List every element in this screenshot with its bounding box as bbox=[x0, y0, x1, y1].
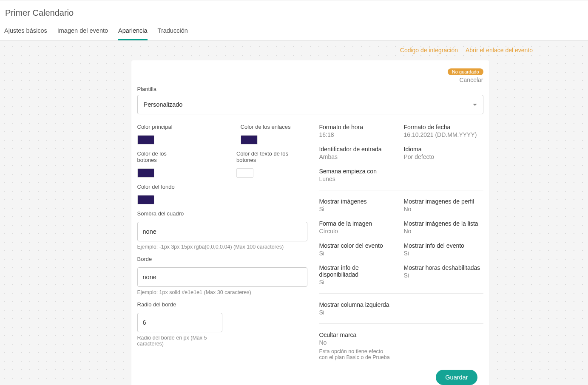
color-main-swatch[interactable] bbox=[137, 135, 154, 144]
border-radius-input[interactable] bbox=[137, 313, 222, 332]
template-label: Plantilla bbox=[137, 86, 483, 92]
border-input[interactable] bbox=[137, 267, 307, 287]
kv-time-format[interactable]: Formato de hora 16:18 bbox=[319, 124, 399, 138]
kv-language[interactable]: Idioma Por defecto bbox=[404, 146, 483, 160]
template-value: Personalizado bbox=[144, 101, 183, 108]
box-shadow-hint: Ejemplo: -1px 3px 15px rgba(0,0,0,0.04) … bbox=[137, 244, 307, 250]
link-integration-code[interactable]: Codigo de integración bbox=[400, 47, 458, 54]
box-shadow-label: Sombra del cuadro bbox=[137, 210, 307, 217]
color-buttons-swatch[interactable] bbox=[137, 168, 154, 178]
chevron-down-icon bbox=[473, 104, 477, 106]
page-title: Primer Calendario bbox=[4, 0, 584, 22]
status-badge: No guardado bbox=[448, 68, 483, 75]
tab-imagen-del-evento[interactable]: Imagen del evento bbox=[57, 24, 108, 40]
tab-apariencia[interactable]: Apariencia bbox=[118, 24, 148, 40]
cancel-button[interactable]: Cancelar bbox=[131, 76, 483, 83]
kv-entry-id[interactable]: Identificador de entrada Ambas bbox=[319, 146, 399, 160]
border-radius-label: Radio del borde bbox=[137, 301, 307, 308]
color-button-text-label: Color del texto de los botones bbox=[236, 150, 307, 163]
tab-traduccion[interactable]: Traducción bbox=[158, 24, 188, 40]
color-buttons-label: Color de los botones bbox=[137, 150, 186, 163]
color-background-label: Color del fondo bbox=[137, 184, 307, 190]
border-hint: Ejemplo: 1px solid #e1e1e1 (Max 30 carac… bbox=[137, 289, 307, 295]
kv-show-left-col[interactable]: Mostrar columna izquierda Si bbox=[319, 301, 483, 316]
kv-week-start[interactable]: Semana empieza con Lunes bbox=[319, 168, 399, 182]
tab-ajustes-basicos[interactable]: Ajustes básicos bbox=[4, 24, 47, 40]
kv-show-avail[interactable]: Mostrar info de disponibiliadad Si bbox=[319, 264, 399, 286]
border-radius-hint: Radio del borde en px (Max 5 caracteres) bbox=[137, 335, 210, 347]
divider bbox=[319, 190, 483, 190]
divider bbox=[319, 293, 483, 294]
save-button[interactable]: Guardar bbox=[436, 370, 477, 385]
kv-show-profile[interactable]: Mostrar imagenes de perfil No bbox=[404, 198, 483, 212]
border-label: Borde bbox=[137, 256, 307, 262]
box-shadow-input[interactable] bbox=[137, 222, 307, 241]
color-button-text-swatch[interactable] bbox=[236, 168, 253, 178]
divider bbox=[319, 323, 483, 324]
kv-show-list-images[interactable]: Mostrar imágenes de la lista No bbox=[404, 220, 483, 235]
kv-show-event-info[interactable]: Mostrar info del evento Si bbox=[404, 242, 483, 257]
kv-show-disabled[interactable]: Mostrar horas deshabilitadas Si bbox=[404, 264, 483, 286]
color-links-swatch[interactable] bbox=[241, 135, 258, 144]
kv-show-images[interactable]: Mostrar imágenes Si bbox=[319, 198, 399, 212]
color-main-label: Color principal bbox=[137, 124, 173, 130]
kv-image-shape[interactable]: Forma de la imagen Círculo bbox=[319, 220, 399, 235]
tabs: Ajustes básicos Imagen del evento Aparie… bbox=[4, 24, 584, 40]
color-links-label: Color de los enlaces bbox=[241, 124, 291, 130]
kv-date-format[interactable]: Formato de fecha 16.10.2021 (DD.MM.YYYY) bbox=[404, 124, 483, 138]
kv-show-event-color[interactable]: Mostrar color del evento Si bbox=[319, 242, 399, 257]
template-select[interactable]: Personalizado bbox=[137, 95, 483, 114]
kv-hide-brand[interactable]: Ocultar marca No Esta opción no tiene ef… bbox=[319, 331, 483, 360]
link-open-event[interactable]: Abrir el enlace del evento bbox=[466, 47, 533, 54]
color-background-swatch[interactable] bbox=[137, 195, 154, 204]
